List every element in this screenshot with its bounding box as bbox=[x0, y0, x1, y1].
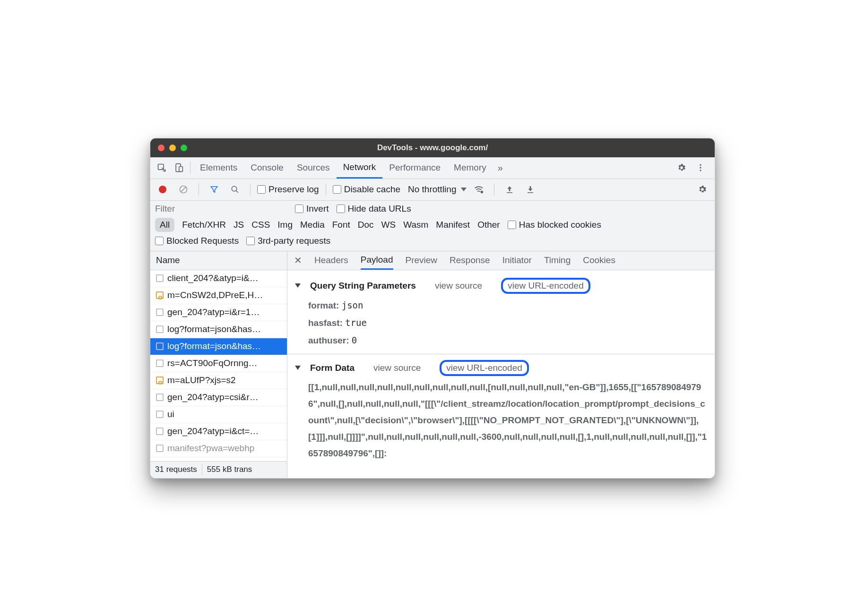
tab-network[interactable]: Network bbox=[337, 157, 383, 179]
tab-timing[interactable]: Timing bbox=[544, 251, 571, 270]
svg-point-3 bbox=[700, 164, 701, 166]
settings-gear-icon[interactable] bbox=[673, 159, 690, 176]
separator bbox=[494, 183, 494, 196]
filter-type-font[interactable]: Font bbox=[332, 220, 350, 230]
document-file-icon bbox=[156, 411, 164, 418]
request-row[interactable]: gen_204?atyp=csi&r… bbox=[150, 389, 287, 406]
column-header-name[interactable]: Name bbox=[150, 251, 287, 270]
filter-type-fetch-xhr[interactable]: Fetch/XHR bbox=[182, 220, 226, 230]
request-row[interactable]: log?format=json&has… bbox=[150, 321, 287, 338]
inspect-element-icon[interactable] bbox=[153, 159, 170, 176]
minimize-window-icon[interactable] bbox=[169, 145, 176, 151]
svg-line-9 bbox=[236, 190, 238, 193]
hide-data-urls-checkbox[interactable]: Hide data URLs bbox=[337, 204, 411, 214]
filter-type-media[interactable]: Media bbox=[300, 220, 325, 230]
close-detail-icon[interactable]: ✕ bbox=[294, 255, 302, 266]
document-file-icon bbox=[156, 445, 164, 452]
tab-performance[interactable]: Performance bbox=[382, 157, 447, 179]
script-file-icon bbox=[156, 376, 164, 384]
tab-elements[interactable]: Elements bbox=[193, 157, 244, 179]
zoom-window-icon[interactable] bbox=[181, 145, 187, 151]
document-file-icon bbox=[156, 325, 164, 333]
filter-input[interactable] bbox=[155, 204, 287, 214]
tab-console[interactable]: Console bbox=[244, 157, 290, 179]
preserve-log-checkbox[interactable]: Preserve log bbox=[257, 184, 319, 195]
throttling-dropdown[interactable]: No throttling bbox=[408, 184, 467, 195]
request-row[interactable]: client_204?&atyp=i&… bbox=[150, 270, 287, 287]
request-row[interactable]: m=aLUfP?xjs=s2 bbox=[150, 372, 287, 389]
device-toggle-icon[interactable] bbox=[170, 159, 187, 176]
svg-point-10 bbox=[481, 191, 484, 194]
request-name: ui bbox=[167, 409, 174, 419]
window-title: DevTools - www.google.com/ bbox=[150, 143, 715, 153]
request-name: client_204?&atyp=i&… bbox=[167, 273, 259, 283]
request-row[interactable]: m=CnSW2d,DPreE,H… bbox=[150, 287, 287, 304]
request-row[interactable]: rs=ACT90oFqOrnng… bbox=[150, 355, 287, 372]
status-transfer: 555 kB trans bbox=[202, 465, 257, 474]
filter-funnel-icon[interactable] bbox=[206, 181, 223, 198]
request-name: log?format=json&has… bbox=[167, 324, 261, 334]
filter-type-other[interactable]: Other bbox=[477, 220, 500, 230]
tab-cookies[interactable]: Cookies bbox=[583, 251, 615, 270]
view-url-encoded-button[interactable]: view URL-encoded bbox=[501, 278, 590, 294]
request-name: m=CnSW2d,DPreE,H… bbox=[167, 290, 263, 300]
filter-type-all[interactable]: All bbox=[155, 218, 174, 232]
filter-type-doc[interactable]: Doc bbox=[358, 220, 374, 230]
view-source-button[interactable]: view source bbox=[435, 281, 482, 291]
param-row: authuser: 0 bbox=[295, 332, 707, 349]
status-requests: 31 requests bbox=[150, 465, 202, 474]
search-icon[interactable] bbox=[226, 181, 243, 198]
request-name: gen_204?atyp=i&ct=… bbox=[167, 426, 259, 436]
more-tabs-icon[interactable]: » bbox=[493, 163, 508, 173]
tab-sources[interactable]: Sources bbox=[290, 157, 337, 179]
tab-response[interactable]: Response bbox=[450, 251, 490, 270]
request-row[interactable]: gen_204?atyp=i&r=1… bbox=[150, 304, 287, 321]
filter-type-ws[interactable]: WS bbox=[381, 220, 396, 230]
blocked-requests-checkbox[interactable]: Blocked Requests bbox=[155, 236, 239, 246]
document-file-icon bbox=[156, 342, 164, 350]
tab-memory[interactable]: Memory bbox=[447, 157, 493, 179]
record-button[interactable] bbox=[154, 181, 171, 198]
request-row[interactable]: gen_204?atyp=i&ct=… bbox=[150, 423, 287, 440]
third-party-checkbox[interactable]: 3rd-party requests bbox=[246, 236, 330, 246]
filter-bar: Invert Hide data URLs All Fetch/XHR JS C… bbox=[150, 201, 715, 251]
tab-headers[interactable]: Headers bbox=[314, 251, 348, 270]
devtools-window: DevTools - www.google.com/ Elements Cons… bbox=[150, 138, 715, 479]
document-file-icon bbox=[156, 394, 164, 401]
caret-down-icon[interactable] bbox=[295, 366, 301, 370]
filter-type-js[interactable]: JS bbox=[234, 220, 244, 230]
caret-down-icon[interactable] bbox=[295, 283, 301, 288]
tab-preview[interactable]: Preview bbox=[406, 251, 438, 270]
chevron-down-icon bbox=[461, 188, 467, 191]
param-row: hasfast: true bbox=[295, 314, 707, 332]
query-title: Query String Parameters bbox=[310, 281, 416, 291]
upload-har-icon[interactable] bbox=[501, 181, 518, 198]
kebab-menu-icon[interactable] bbox=[692, 159, 709, 176]
status-bar: 31 requests 555 kB trans bbox=[150, 461, 287, 478]
network-conditions-icon[interactable] bbox=[470, 181, 487, 198]
separator bbox=[326, 183, 326, 196]
close-window-icon[interactable] bbox=[158, 145, 164, 151]
svg-line-7 bbox=[181, 187, 186, 192]
request-row[interactable]: manifest?pwa=webhp bbox=[150, 440, 287, 457]
disable-cache-checkbox[interactable]: Disable cache bbox=[333, 184, 400, 195]
filter-type-img[interactable]: Img bbox=[277, 220, 293, 230]
tab-initiator[interactable]: Initiator bbox=[502, 251, 532, 270]
separator bbox=[199, 183, 199, 196]
clear-icon[interactable] bbox=[175, 181, 192, 198]
filter-type-manifest[interactable]: Manifest bbox=[436, 220, 470, 230]
view-url-encoded-button[interactable]: view URL-encoded bbox=[440, 360, 529, 376]
view-source-button[interactable]: view source bbox=[373, 363, 421, 373]
download-har-icon[interactable] bbox=[522, 181, 539, 198]
request-row[interactable]: ui bbox=[150, 406, 287, 423]
filter-type-css[interactable]: CSS bbox=[251, 220, 270, 230]
payload-panel: Query String Parameters view source view… bbox=[287, 270, 715, 471]
tab-payload[interactable]: Payload bbox=[361, 251, 393, 270]
form-data-body: [[1,null,null,null,null,null,null,null,n… bbox=[295, 379, 707, 462]
request-name: gen_204?atyp=i&r=1… bbox=[167, 307, 260, 317]
filter-type-wasm[interactable]: Wasm bbox=[403, 220, 428, 230]
invert-checkbox[interactable]: Invert bbox=[295, 204, 329, 214]
request-row[interactable]: log?format=json&has… bbox=[150, 338, 287, 355]
network-settings-gear-icon[interactable] bbox=[694, 181, 711, 198]
has-blocked-cookies-checkbox[interactable]: Has blocked cookies bbox=[508, 220, 601, 230]
